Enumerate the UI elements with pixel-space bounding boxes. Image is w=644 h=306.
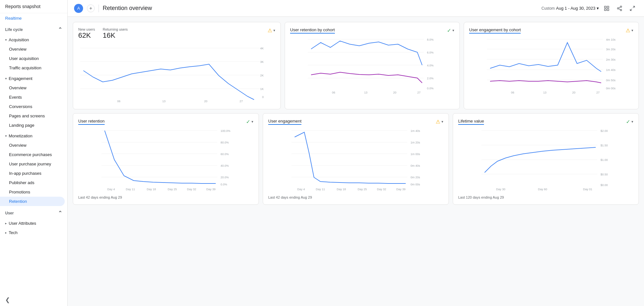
svg-text:1m 40s: 1m 40s: [606, 68, 616, 72]
lifecycle-section[interactable]: Life cycle ⌃: [0, 23, 67, 35]
monetization-label[interactable]: ▾ Monetization: [0, 131, 67, 141]
chart6-footer: Last 120 days ending Aug 29: [458, 195, 633, 199]
chart5-controls: ⚠ ▾: [436, 119, 443, 125]
chart6-dropdown[interactable]: ▾: [631, 120, 633, 124]
sidebar-item-pages-screens[interactable]: Pages and screens: [0, 111, 65, 121]
add-property-button[interactable]: +: [87, 5, 95, 12]
svg-text:1m 40s: 1m 40s: [411, 129, 420, 133]
new-users-card: New users 62K Returning users 16K ⚠ ▾: [73, 22, 281, 109]
acquisition-label[interactable]: ▾ Acquisition: [0, 35, 67, 44]
svg-text:0.0%: 0.0%: [427, 87, 434, 90]
chart5-title: User engagement: [268, 119, 301, 125]
svg-text:0m 50s: 0m 50s: [606, 79, 616, 82]
svg-text:$1.50: $1.50: [601, 144, 608, 147]
user-retention-card: User retention ✓ ▾ 100.0% 80.0%: [73, 113, 259, 205]
svg-text:3K: 3K: [260, 60, 264, 64]
svg-point-4: [620, 6, 622, 7]
svg-line-10: [630, 9, 632, 10]
svg-text:Day 18: Day 18: [337, 188, 346, 191]
chart1-warning-icon: ⚠: [268, 27, 272, 34]
svg-text:20: 20: [572, 91, 575, 94]
engagement-group: ▾ Engagement Overview Events Conversions…: [0, 73, 67, 131]
chart1-stat2: Returning users 16K: [103, 27, 128, 40]
sidebar-item-promotions[interactable]: Promotions: [0, 187, 65, 197]
share-icon-button[interactable]: [614, 3, 625, 14]
date-range[interactable]: Custom Aug 1 - Aug 30, 2023 ▾: [542, 6, 599, 11]
svg-line-7: [619, 9, 620, 10]
chart3-title: User engagement by cohort: [469, 27, 521, 34]
svg-text:1m 20s: 1m 20s: [411, 141, 420, 144]
svg-text:27: 27: [596, 91, 600, 94]
chart1-stat2-value: 16K: [103, 31, 128, 40]
svg-point-6: [620, 9, 622, 11]
chart1-dropdown[interactable]: ▾: [273, 28, 275, 33]
sidebar-item-acq-overview[interactable]: Overview: [0, 44, 65, 54]
chart5-dropdown[interactable]: ▾: [441, 120, 443, 124]
chart6-body: $2.00 $1.50 $1.00 $0.50 $0.00 Day 30 Day…: [458, 127, 633, 193]
chart1-stats: New users 62K Returning users 16K: [78, 27, 128, 42]
sidebar-item-landing-page[interactable]: Landing page: [0, 121, 65, 130]
chart2-body: 8.0% 6.0% 4.0% 2.0% 0.0% 06 Aug 13 20 27: [290, 36, 454, 104]
sidebar-item-eng-overview[interactable]: Overview: [0, 83, 65, 93]
chart4-controls: ✓ ▾: [246, 119, 253, 125]
chart1-stat2-label: Returning users: [103, 27, 128, 31]
sidebar-item-retention[interactable]: Retention: [0, 197, 65, 206]
sidebar-realtime[interactable]: Realtime: [0, 13, 67, 23]
svg-text:20: 20: [204, 100, 207, 103]
svg-text:$2.00: $2.00: [601, 129, 608, 133]
expand-icon-button[interactable]: [627, 3, 638, 14]
chart3-dropdown[interactable]: ▾: [631, 28, 633, 33]
svg-text:Aug: Aug: [331, 94, 336, 94]
svg-text:Day 11: Day 11: [316, 188, 325, 191]
chart4-dropdown[interactable]: ▾: [251, 120, 253, 124]
svg-text:Day 39: Day 39: [206, 188, 216, 191]
sidebar-item-inapp[interactable]: In-app purchases: [0, 169, 65, 178]
engagement-arrow: ▾: [5, 77, 7, 80]
lifetime-value-card: Lifetime value ✓ ▾ $2.00 $1.50 $1.00: [453, 113, 639, 205]
chart2-dropdown[interactable]: ▾: [452, 28, 454, 33]
svg-text:27: 27: [417, 91, 421, 94]
svg-text:80.0%: 80.0%: [221, 141, 229, 144]
svg-text:60.0%: 60.0%: [221, 153, 229, 156]
acquisition-arrow: ▾: [5, 38, 7, 42]
svg-text:6.0%: 6.0%: [427, 51, 434, 54]
chart4-header: User retention ✓ ▾: [78, 119, 253, 125]
svg-text:4K: 4K: [260, 47, 264, 50]
svg-text:2m 30s: 2m 30s: [606, 58, 616, 61]
sidebar-item-traffic-acquisition[interactable]: Traffic acquisition: [0, 63, 65, 73]
chart3-controls: ⚠ ▾: [626, 27, 633, 34]
sidebar-item-user-acquisition[interactable]: User acquisition: [0, 54, 65, 63]
sidebar-collapse-button[interactable]: ❮: [0, 294, 67, 306]
avatar: A: [74, 4, 83, 13]
chart4-footer: Last 42 days ending Aug 29: [78, 195, 253, 199]
sidebar-item-conversions[interactable]: Conversions: [0, 102, 65, 111]
date-dropdown-arrow: ▾: [597, 6, 599, 11]
sidebar-item-mon-overview[interactable]: Overview: [0, 141, 65, 150]
chart5-svg: 1m 40s 1m 20s 1m 00s 0m 40s 0m 20s 0m 00…: [268, 127, 443, 192]
topbar-actions: Custom Aug 1 - Aug 30, 2023 ▾: [542, 3, 638, 14]
chart1-stats-row: New users 62K Returning users 16K: [78, 27, 128, 40]
user-attributes-label[interactable]: ▸ User Attributes: [0, 219, 67, 228]
user-section[interactable]: User ⌃: [0, 207, 67, 218]
topbar: A + Retention overview Custom Aug 1 - Au…: [68, 0, 644, 17]
monetization-arrow: ▾: [5, 134, 7, 138]
svg-point-5: [617, 7, 619, 9]
charts-content: New users 62K Returning users 16K ⚠ ▾: [68, 17, 644, 306]
chart6-svg: $2.00 $1.50 $1.00 $0.50 $0.00 Day 30 Day…: [458, 127, 633, 192]
chart1-body: 4K 3K 2K 1K 0 06 Aug 13 20 27: [78, 45, 275, 104]
user-engagement-card: User engagement ⚠ ▾ 1m 40s 1m 20s: [263, 113, 449, 205]
engagement-label[interactable]: ▾ Engagement: [0, 74, 67, 83]
svg-text:$0.00: $0.00: [601, 183, 608, 187]
sidebar-item-events[interactable]: Events: [0, 93, 65, 102]
sidebar-item-publisher-ads[interactable]: Publisher ads: [0, 178, 65, 187]
svg-text:Day 18: Day 18: [147, 188, 156, 191]
sidebar-item-user-purchase-journey[interactable]: User purchase journey: [0, 159, 65, 169]
svg-text:Aug: Aug: [510, 94, 515, 94]
compare-icon-button[interactable]: [601, 3, 612, 14]
svg-text:Day 60: Day 60: [538, 188, 547, 191]
svg-text:Day 4: Day 4: [107, 188, 115, 191]
date-value: Aug 1 - Aug 30, 2023: [556, 6, 595, 11]
sidebar-item-ecommerce[interactable]: Ecommerce purchases: [0, 150, 65, 159]
tech-label[interactable]: ▸ Tech: [0, 228, 67, 237]
user-engagement-cohort-card: User engagement by cohort ⚠ ▾ 4m 10s: [464, 22, 639, 109]
